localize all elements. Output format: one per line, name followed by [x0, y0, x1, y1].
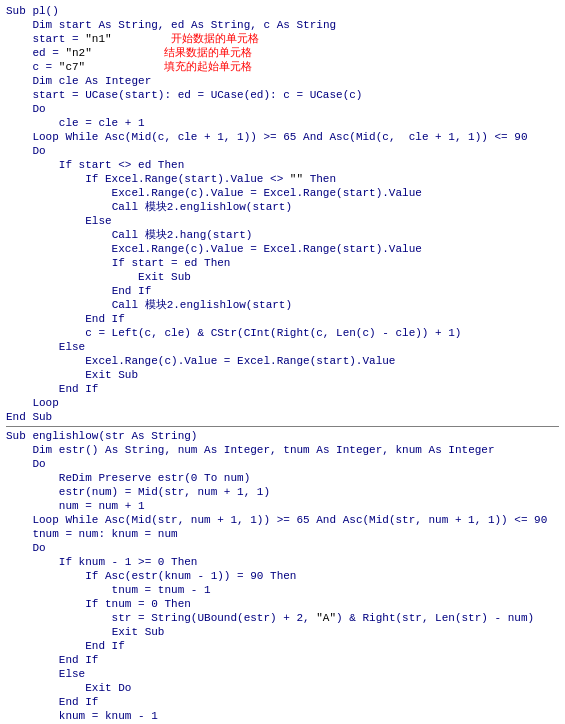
- code-line: Dim estr() As String, num As Integer, tn…: [6, 443, 559, 457]
- code-line: End If: [6, 695, 559, 709]
- code-line: ed = "n2" 结果数据的单元格: [6, 46, 559, 60]
- code-line: Dim start As String, ed As String, c As …: [6, 18, 559, 32]
- code-line: End If: [6, 284, 559, 298]
- code-line: End If: [6, 639, 559, 653]
- code-editor: Sub pl() Dim start As String, ed As Stri…: [0, 0, 565, 724]
- code-line: Sub pl(): [6, 4, 559, 18]
- code-line: Loop: [6, 396, 559, 410]
- code-line: End If: [6, 382, 559, 396]
- code-line: If Excel.Range(start).Value <> "" Then: [6, 172, 559, 186]
- code-line: str = String(UBound(estr) + 2, "A") & Ri…: [6, 611, 559, 625]
- code-line: Do: [6, 144, 559, 158]
- code-line: Exit Sub: [6, 368, 559, 382]
- code-line: If Asc(estr(knum - 1)) = 90 Then: [6, 569, 559, 583]
- code-line: c = Left(c, cle) & CStr(CInt(Right(c, Le…: [6, 326, 559, 340]
- code-line: Do: [6, 102, 559, 116]
- code-line: Loop While Asc(Mid(c, cle + 1, 1)) >= 65…: [6, 130, 559, 144]
- code-line: start = "n1" 开始数据的单元格: [6, 32, 559, 46]
- code-line: If knum - 1 >= 0 Then: [6, 555, 559, 569]
- code-line: Call 模块2.hang(start): [6, 228, 559, 242]
- code-line: Loop While Asc(Mid(str, num + 1, 1)) >= …: [6, 513, 559, 527]
- code-line: Excel.Range(c).Value = Excel.Range(start…: [6, 186, 559, 200]
- code-line: End Sub: [6, 410, 559, 424]
- code-line: c = "c7" 填充的起始单元格: [6, 60, 559, 74]
- code-line: Excel.Range(c).Value = Excel.Range(start…: [6, 242, 559, 256]
- code-line: Do: [6, 541, 559, 555]
- code-line: tnum = tnum - 1: [6, 583, 559, 597]
- code-line: Exit Do: [6, 681, 559, 695]
- code-line: Else: [6, 340, 559, 354]
- code-line: Exit Sub: [6, 625, 559, 639]
- section-divider: [6, 426, 559, 427]
- code-line: Dim cle As Integer: [6, 74, 559, 88]
- code-line: Call 模块2.englishlow(start): [6, 200, 559, 214]
- code-line: If start <> ed Then: [6, 158, 559, 172]
- code-line: start = UCase(start): ed = UCase(ed): c …: [6, 88, 559, 102]
- code-line: ReDim Preserve estr(0 To num): [6, 471, 559, 485]
- code-line: Call 模块2.englishlow(start): [6, 298, 559, 312]
- code-line: num = num + 1: [6, 499, 559, 513]
- code-line: If start = ed Then: [6, 256, 559, 270]
- code-line: Do: [6, 457, 559, 471]
- code-lines: Sub pl() Dim start As String, ed As Stri…: [6, 4, 559, 724]
- code-line: Else: [6, 667, 559, 681]
- code-line: estr(num) = Mid(str, num + 1, 1): [6, 485, 559, 499]
- code-line: Else: [6, 214, 559, 228]
- code-line: Excel.Range(c).Value = Excel.Range(start…: [6, 354, 559, 368]
- code-line: cle = cle + 1: [6, 116, 559, 130]
- code-line: tnum = num: knum = num: [6, 527, 559, 541]
- code-line: Exit Sub: [6, 270, 559, 284]
- code-line: End If: [6, 312, 559, 326]
- code-line: If tnum = 0 Then: [6, 597, 559, 611]
- code-line: Sub englishlow(str As String): [6, 429, 559, 443]
- code-line: End If: [6, 653, 559, 667]
- code-line: knum = knum - 1: [6, 709, 559, 723]
